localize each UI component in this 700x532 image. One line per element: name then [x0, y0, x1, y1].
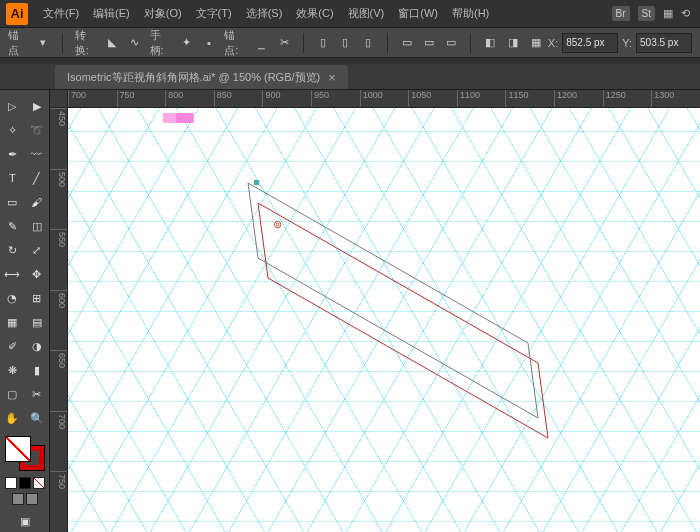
horizontal-ruler[interactable]: 700 750 800 850 900 950 1000 1050 1100 1… — [68, 90, 700, 108]
align-1-icon[interactable]: ▯ — [316, 35, 330, 51]
x-coord-input[interactable] — [562, 33, 618, 53]
artboard[interactable]: ⊚ — [68, 108, 700, 532]
ruler-tick: 1050 — [408, 90, 457, 107]
change-screen-mode[interactable]: ▣ — [12, 511, 37, 532]
screen-mode-normal-icon[interactable] — [12, 493, 24, 505]
blend-tool[interactable]: ◑ — [25, 334, 50, 358]
vertical-ruler[interactable]: 450 500 550 600 650 700 750 — [50, 108, 68, 532]
ruler-tick: 1200 — [554, 90, 603, 107]
ruler-tick: 700 — [50, 411, 67, 472]
line-tool[interactable]: ╱ — [25, 166, 50, 190]
perspective-grid-tool[interactable]: ⊞ — [25, 286, 50, 310]
rotate-tool[interactable]: ↻ — [0, 238, 25, 262]
document-tab-bar: Isometric等距视角斜角网格.ai* @ 150% (RGB/预览) × — [0, 64, 700, 90]
close-tab-icon[interactable]: × — [328, 70, 336, 85]
free-transform-tool[interactable]: ✥ — [25, 262, 50, 286]
gradient-tool[interactable]: ▤ — [25, 310, 50, 334]
color-mode-icon[interactable] — [5, 477, 17, 489]
menu-object[interactable]: 对象(O) — [137, 6, 189, 21]
none-mode-icon[interactable] — [33, 477, 45, 489]
edit-icon[interactable]: ◨ — [506, 35, 520, 51]
y-label: Y: — [622, 37, 632, 49]
menu-view[interactable]: 视图(V) — [341, 6, 392, 21]
anchor-point[interactable] — [254, 180, 259, 185]
handle-show-icon[interactable]: ✦ — [180, 35, 194, 51]
drawn-parallelogram-2[interactable] — [248, 183, 538, 418]
menu-window[interactable]: 窗口(W) — [391, 6, 445, 21]
slice-tool[interactable]: ✂ — [25, 382, 50, 406]
dropdown-icon[interactable]: ▾ — [36, 35, 50, 51]
menu-help[interactable]: 帮助(H) — [445, 6, 496, 21]
pen-tool[interactable]: ✒ — [0, 142, 25, 166]
mesh-tool[interactable]: ▦ — [0, 310, 25, 334]
selection-tool[interactable]: ▷ — [0, 94, 25, 118]
curvature-tool[interactable]: 〰 — [25, 142, 50, 166]
ruler-tick: 650 — [50, 350, 67, 411]
rectangle-tool[interactable]: ▭ — [0, 190, 25, 214]
vector-paths: ⊚ — [68, 108, 700, 532]
handle-label: 手柄: — [150, 28, 172, 58]
gradient-mode-icon[interactable] — [19, 477, 31, 489]
menu-select[interactable]: 选择(S) — [239, 6, 290, 21]
stock-icon[interactable]: St — [638, 6, 655, 21]
menu-effect[interactable]: 效果(C) — [289, 6, 340, 21]
y-coord-input[interactable] — [636, 33, 692, 53]
symbol-sprayer-tool[interactable]: ❋ — [0, 358, 25, 382]
convert-label: 转换: — [75, 28, 97, 58]
remove-anchor-icon[interactable]: ⎯ — [255, 35, 269, 51]
type-tool[interactable]: T — [0, 166, 25, 190]
ruler-tick: 600 — [50, 290, 67, 351]
isolate-icon[interactable]: ◧ — [483, 35, 497, 51]
ref-point-icon[interactable]: ▦ — [528, 35, 544, 51]
hand-tool[interactable]: ✋ — [0, 406, 25, 430]
sync-icon[interactable]: ⟲ — [681, 7, 690, 20]
menu-file[interactable]: 文件(F) — [36, 6, 86, 21]
scale-tool[interactable]: ⤢ — [25, 238, 50, 262]
ruler-tick: 800 — [165, 90, 214, 107]
cut-path-icon[interactable]: ✂ — [277, 35, 291, 51]
ruler-tick: 700 — [68, 90, 117, 107]
bridge-icon[interactable]: Br — [612, 6, 630, 21]
column-graph-tool[interactable]: ▮ — [25, 358, 50, 382]
menu-type[interactable]: 文字(T) — [189, 6, 239, 21]
convert-smooth-icon[interactable]: ∿ — [127, 35, 141, 51]
guide-marker-2 — [176, 113, 194, 123]
width-tool[interactable]: ⟷ — [0, 262, 25, 286]
drawn-parallelogram-1[interactable] — [258, 203, 548, 438]
main-menubar: Ai 文件(F) 编辑(E) 对象(O) 文字(T) 选择(S) 效果(C) 视… — [0, 0, 700, 28]
align-4-icon[interactable]: ▭ — [400, 35, 414, 51]
ruler-tick: 450 — [50, 108, 67, 169]
anchors-label: 锚点: — [224, 28, 246, 58]
arrange-docs-icon[interactable]: ▦ — [663, 7, 673, 20]
document-tab[interactable]: Isometric等距视角斜角网格.ai* @ 150% (RGB/预览) × — [55, 65, 348, 89]
align-6-icon[interactable]: ▭ — [444, 35, 458, 51]
ruler-tick: 1100 — [457, 90, 506, 107]
x-label: X: — [548, 37, 558, 49]
zoom-tool[interactable]: 🔍 — [25, 406, 50, 430]
eraser-tool[interactable]: ◫ — [25, 214, 50, 238]
shaper-tool[interactable]: ✎ — [0, 214, 25, 238]
artboard-tool[interactable]: ▢ — [0, 382, 25, 406]
menu-edit[interactable]: 编辑(E) — [86, 6, 137, 21]
ruler-origin[interactable] — [50, 90, 68, 108]
align-2-icon[interactable]: ▯ — [338, 35, 352, 51]
magic-wand-tool[interactable]: ✧ — [0, 118, 25, 142]
shape-builder-tool[interactable]: ◔ — [0, 286, 25, 310]
direct-selection-tool[interactable]: ▶ — [25, 94, 50, 118]
canvas-area[interactable]: 700 750 800 850 900 950 1000 1050 1100 1… — [50, 90, 700, 532]
convert-corner-icon[interactable]: ◣ — [105, 35, 119, 51]
app-logo: Ai — [6, 3, 28, 25]
handle-hide-icon[interactable]: ▪ — [202, 35, 216, 51]
eyedropper-tool[interactable]: ✐ — [0, 334, 25, 358]
lasso-tool[interactable]: ➰ — [25, 118, 50, 142]
ruler-tick: 750 — [117, 90, 166, 107]
fill-swatch[interactable] — [5, 436, 31, 462]
fill-stroke-swatches[interactable] — [5, 436, 45, 471]
ruler-tick: 1000 — [360, 90, 409, 107]
screen-mode-full-icon[interactable] — [26, 493, 38, 505]
align-5-icon[interactable]: ▭ — [422, 35, 436, 51]
align-3-icon[interactable]: ▯ — [361, 35, 375, 51]
paintbrush-tool[interactable]: 🖌 — [25, 190, 50, 214]
ruler-tick: 550 — [50, 229, 67, 290]
ruler-tick: 900 — [262, 90, 311, 107]
